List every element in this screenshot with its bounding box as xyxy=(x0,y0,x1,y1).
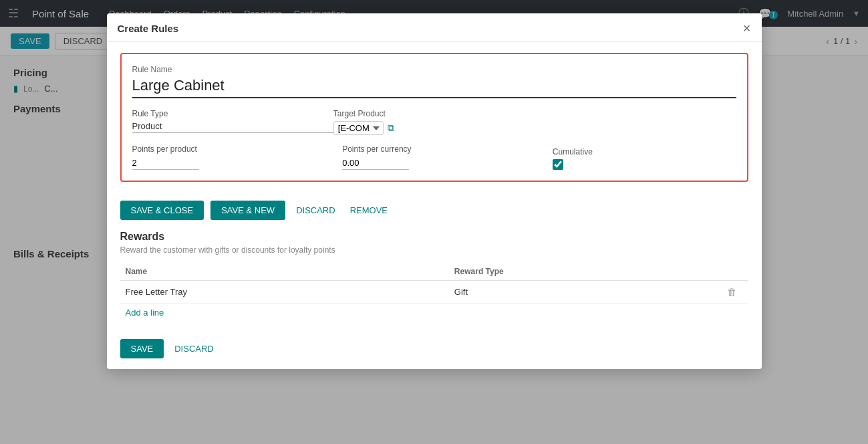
points-per-product-field: Points per product xyxy=(132,144,316,170)
remove-button[interactable]: REMOVE xyxy=(346,201,392,220)
modal-footer: SAVE DISCARD xyxy=(107,332,762,369)
points-per-currency-field: Points per currency xyxy=(342,144,526,170)
target-product-select[interactable]: [E-COM xyxy=(333,121,384,135)
cumulative-row xyxy=(553,159,736,170)
delete-reward-icon[interactable]: 🗑 xyxy=(727,286,737,298)
rule-name-label: Rule Name xyxy=(132,65,736,74)
rule-card: Rule Name Rule Type Product Target Produ… xyxy=(120,53,748,182)
col-type: Reward Type xyxy=(449,263,722,281)
reward-delete-cell: 🗑 xyxy=(722,281,748,304)
cumulative-field: Cumulative xyxy=(553,147,736,170)
rule-type-value: Product xyxy=(132,121,333,133)
save-new-button[interactable]: SAVE & NEW xyxy=(210,201,285,220)
modal-scroll-area: Rule Name Rule Type Product Target Produ… xyxy=(107,42,762,369)
discard-button[interactable]: DISCARD xyxy=(292,201,339,220)
col-actions xyxy=(722,263,748,281)
rewards-section: Rewards Reward the customer with gifts o… xyxy=(107,231,762,332)
action-row: SAVE & CLOSE SAVE & NEW DISCARD REMOVE xyxy=(107,193,762,231)
create-rules-modal: Create Rules × Rule Name Rule Type Produ… xyxy=(107,13,762,369)
footer-discard-button[interactable]: DISCARD xyxy=(170,339,218,358)
col-name: Name xyxy=(120,263,449,281)
modal-close-button[interactable]: × xyxy=(743,21,751,35)
rule-fields-row-1: Rule Type Product Target Product [E-COM … xyxy=(132,109,736,135)
save-close-button[interactable]: SAVE & CLOSE xyxy=(120,201,204,220)
modal-header: Create Rules × xyxy=(107,13,762,42)
target-product-field: Target Product [E-COM ⧉ xyxy=(333,109,736,135)
points-per-currency-input[interactable] xyxy=(342,156,409,170)
rewards-table-header: Name Reward Type xyxy=(120,263,748,281)
table-row: Free Letter Tray Gift 🗑 xyxy=(120,281,748,304)
modal-overlay: Create Rules × Rule Name Rule Type Produ… xyxy=(0,0,868,444)
cumulative-label: Cumulative xyxy=(553,147,736,156)
rule-type-label: Rule Type xyxy=(132,109,333,118)
reward-name-cell: Free Letter Tray xyxy=(120,281,449,304)
points-per-product-label: Points per product xyxy=(132,144,316,154)
rewards-desc: Reward the customer with gifts or discou… xyxy=(120,245,748,255)
add-line-button[interactable]: Add a line xyxy=(120,304,170,322)
rule-type-field: Rule Type Product xyxy=(132,109,333,133)
rewards-title: Rewards xyxy=(120,231,748,243)
rule-fields-row-2: Points per product Points per currency C… xyxy=(132,144,736,170)
target-product-label: Target Product xyxy=(333,109,736,118)
reward-type-cell: Gift xyxy=(449,281,722,304)
rewards-table: Name Reward Type Free Letter Tray Gift 🗑 xyxy=(120,263,748,304)
target-product-row: [E-COM ⧉ xyxy=(333,121,736,135)
points-per-product-input[interactable] xyxy=(132,156,199,170)
rule-name-input[interactable] xyxy=(132,77,736,98)
points-per-currency-label: Points per currency xyxy=(342,144,526,154)
cumulative-checkbox[interactable] xyxy=(553,159,563,170)
modal-title: Create Rules xyxy=(118,23,179,34)
external-link-icon[interactable]: ⧉ xyxy=(388,122,394,134)
footer-save-button[interactable]: SAVE xyxy=(120,339,164,358)
modal-body: Rule Name Rule Type Product Target Produ… xyxy=(107,42,762,182)
